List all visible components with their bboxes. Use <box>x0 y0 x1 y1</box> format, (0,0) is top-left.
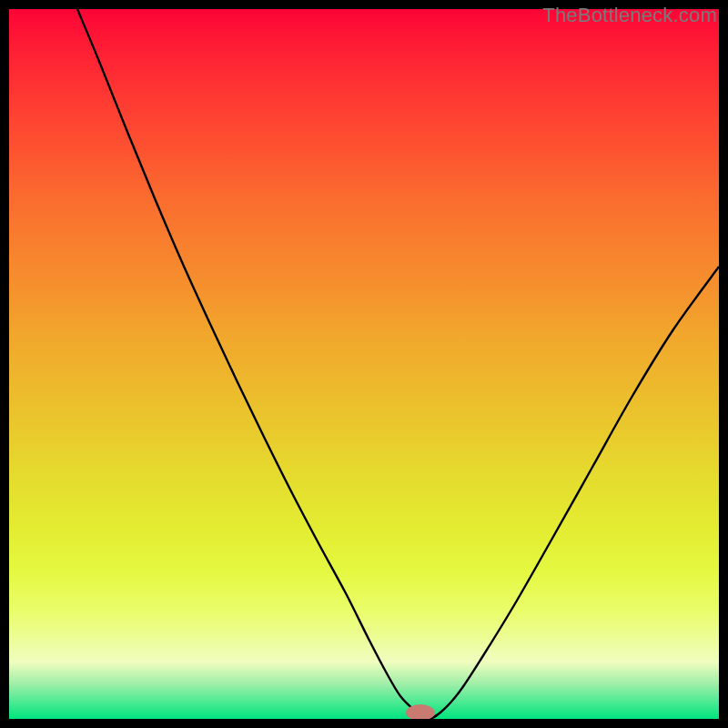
bottleneck-curve <box>77 9 719 719</box>
watermark-text: TheBottleneck.com <box>542 4 717 27</box>
chart-plot-area <box>9 9 719 719</box>
chart-frame: TheBottleneck.com <box>0 0 728 728</box>
chart-svg <box>9 9 719 719</box>
